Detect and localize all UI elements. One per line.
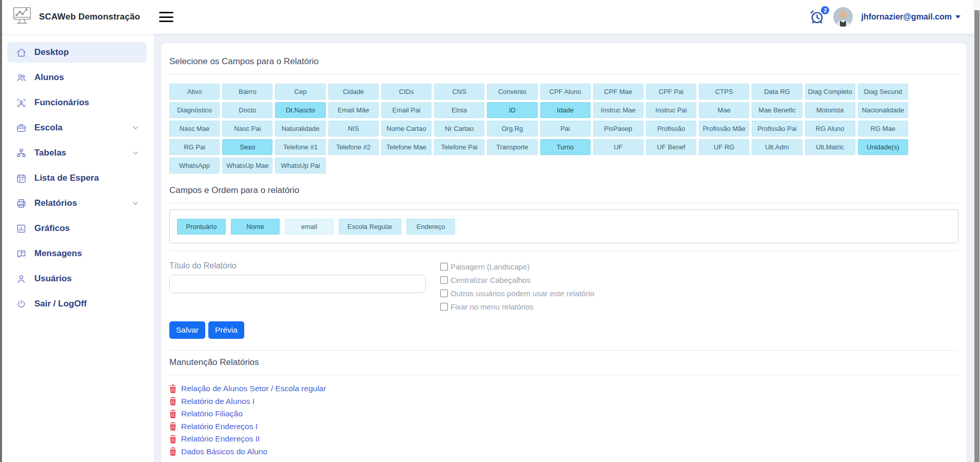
option-centralizar-cabecalhos[interactable]: Centralizar Cabeçalhos [440,276,594,284]
field-chip-naturalidade[interactable]: Naturalidade [275,121,325,137]
field-chip-email-mae[interactable]: Email Mãe [328,102,379,118]
sidebar-item-graficos[interactable]: Gráficos [7,218,147,239]
field-chip-telefone-1[interactable]: Telefone #1 [275,139,325,155]
sidebar-item-sair-logoff[interactable]: Sair / LogOff [7,294,147,314]
sidebar-item-tabelas[interactable]: Tabelas [7,143,147,163]
checkbox[interactable] [440,263,448,271]
field-chip-nr-cartao[interactable]: Nr Cartao [434,121,484,137]
field-chip-uf[interactable]: UF [593,139,643,155]
ordered-field-chip-escola-regular[interactable]: Escola Regular [339,219,401,235]
field-chip-profissao-pai[interactable]: Profissão Pai [752,121,802,137]
sidebar-item-alunos[interactable]: Alunos [7,67,147,88]
ordered-field-chip-email[interactable]: email [285,219,334,235]
field-chip-cns[interactable]: CNS [434,84,484,100]
option-outros-usuarios-podem-usar-este-relatorio[interactable]: Outros usuários podem usar este relatóri… [440,289,594,298]
sidebar-item-usuarios[interactable]: Usuários [7,268,147,289]
delete-report-icon[interactable] [169,410,177,418]
field-chip-pispasep[interactable]: PisPasep [593,121,643,137]
report-link[interactable]: Relatório Filiação [181,409,243,418]
sidebar-item-mensagens[interactable]: Mensagens [7,243,147,264]
field-chip-whatsup-mae[interactable]: WhatsUp Mae [222,158,272,174]
field-chip-nome-cartao[interactable]: Nome Cartao [381,121,432,137]
field-chip-docto[interactable]: Docto [222,102,272,118]
field-chip-diag-completo[interactable]: Diag Completo [805,84,855,100]
field-chip-cpf-mae[interactable]: CPF Mae [593,84,643,100]
notification-badge[interactable]: 2 [820,6,830,15]
field-chip-nacionalidade[interactable]: Nacionalidade [858,102,908,118]
option-fixar-no-menu-relatorios[interactable]: Fixar no menu relatórios [440,302,594,311]
field-chip-telefone-2[interactable]: Telefone #2 [328,139,379,155]
field-chip-sexo[interactable]: Sexo [222,139,272,155]
field-chip-idade[interactable]: Idade [540,102,591,118]
report-link[interactable]: Relatório Endereços I [181,422,258,431]
field-chip-bairro[interactable]: Bairro [222,84,272,100]
field-chip-cids[interactable]: CIDs [381,84,432,100]
field-chip-telefone-pai[interactable]: Telefone Pai [434,139,484,155]
field-chip-unidade-s[interactable]: Unidade(s) [858,139,908,155]
checkbox[interactable] [440,290,448,297]
field-chip-email-pai[interactable]: Email Pai [381,102,432,118]
field-chip-whatsapp[interactable]: WhatsApp [169,158,220,174]
field-chip-rg-pai[interactable]: RG Pai [169,139,220,155]
field-chip-uf-rg[interactable]: UF RG [699,139,749,155]
field-chip-turno[interactable]: Turno [540,139,591,155]
field-chip-diagnostico[interactable]: Diagnóstico [169,102,220,118]
field-chip-uf-benef[interactable]: UF Benef [646,139,696,155]
field-chip-whatsup-pai[interactable]: WhatsUp Pai [275,158,325,174]
field-chip-ult-matric[interactable]: Ult.Matric [805,139,855,155]
report-link[interactable]: Relatório Endereços II [181,434,260,444]
delete-report-icon[interactable] [169,397,177,406]
field-chip-nasc-mae[interactable]: Nasc Mae [169,121,220,137]
field-chip-mae-benefic[interactable]: Mae Benefic [752,102,802,118]
field-chip-profissao[interactable]: Profissão [646,121,696,137]
checkbox[interactable] [440,303,448,311]
report-title-input[interactable] [169,275,426,293]
field-chip-ctps[interactable]: CTPS [699,84,749,100]
field-chip-data-rg[interactable]: Data RG [752,84,802,100]
field-chip-mae[interactable]: Mae [699,102,749,118]
field-chip-telefone-mae[interactable]: Telefone Mae [381,139,432,155]
sidebar-item-escola[interactable]: Escola [7,118,147,138]
field-chip-cidade[interactable]: Cidade [328,84,379,100]
field-chip-org-rg[interactable]: Org.Rg [487,121,537,137]
delete-report-icon[interactable] [169,435,177,444]
checkbox[interactable] [440,276,448,284]
save-button[interactable]: Salvar [169,321,205,339]
field-chip-convenio[interactable]: Convenio [487,84,537,100]
field-chip-rg-aluno[interactable]: RG Aluno [805,121,855,137]
field-chip-nasc-pai[interactable]: Nasc Pai [222,121,272,137]
sidebar-item-funcionarios[interactable]: Funcionários [7,92,147,113]
sidebar-item-relatorios[interactable]: Relatórios [7,193,147,214]
delete-report-icon[interactable] [169,422,177,431]
field-chip-motorista[interactable]: Motorista [805,102,855,118]
ordered-field-chip-prontuario[interactable]: Prontuário [177,219,226,235]
sidebar-item-lista-de-espera[interactable]: Lista de Espera [7,168,147,188]
field-chip-cpf-aluno[interactable]: CPF Aluno [540,84,591,100]
field-chip-nis[interactable]: NIS [328,121,379,137]
user-avatar[interactable] [833,7,853,27]
field-chip-cpf-pai[interactable]: CPF Pai [646,84,696,100]
report-link[interactable]: Relação de Alunos Setor / Escola regular [181,384,326,393]
field-chip-rg-mae[interactable]: RG Mae [858,121,908,137]
user-menu[interactable]: jhfornazier@gmail.com [861,12,961,22]
sidebar-item-desktop[interactable]: Desktop [7,42,147,63]
field-chip-transporte[interactable]: Transporte [487,139,537,155]
field-chip-diag-secund[interactable]: Diag Secund [858,84,908,100]
ordered-field-chip-nome[interactable]: Nome [231,219,280,235]
delete-report-icon[interactable] [169,447,177,456]
report-link[interactable]: Dados Básicos do Aluno [181,447,267,456]
field-chip-etnia[interactable]: Etnia [434,102,484,118]
menu-toggle-icon[interactable] [159,11,173,23]
notifications-button[interactable]: 2 [810,9,825,25]
delete-report-icon[interactable] [169,384,177,393]
scrollbar-thumb[interactable] [974,10,979,462]
preview-button[interactable]: Prévia [208,321,244,339]
field-chip-ult-adm[interactable]: Ult.Adm [752,139,802,155]
field-chip-instruc-mae[interactable]: Instruc Mae [593,102,643,118]
field-chip-profissao-mae[interactable]: Profissão Mãe [699,121,749,137]
field-chip-instruc-pai[interactable]: Instruc Pai [646,102,696,118]
field-chip-id[interactable]: ID [487,102,537,118]
page-scrollbar[interactable] [974,0,980,462]
ordered-field-chip-endereco[interactable]: Endereço [406,219,455,235]
field-chip-dt-nascto[interactable]: Dt.Nascto [275,102,325,118]
